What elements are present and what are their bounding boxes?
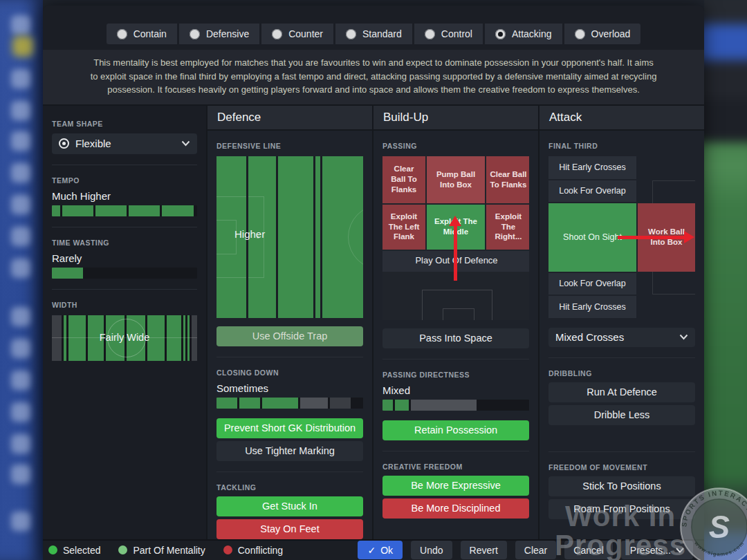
sidebar-icon [11,15,30,35]
divider [52,289,197,290]
dribble-less-button[interactable]: Dribble Less [548,405,695,425]
legend-selected-label: Selected [63,545,100,556]
final-third-pitch: Hit Early Crosses Look For Overlap Shoot… [548,156,695,318]
mentality-dialog: Contain Defensive Counter Standard Contr… [43,6,704,560]
background-sidebar [0,0,43,560]
ok-button[interactable]: ✓ Ok [358,541,403,559]
presets-button[interactable]: Presets... [621,541,693,559]
mentality-selector: Contain Defensive Counter Standard Contr… [43,24,704,44]
column-attack: Attack FINAL THIRD Hit Early Crosses Loo… [540,106,704,539]
passing-cell-clear-ball-left[interactable]: Clear Ball To Flanks [382,156,425,203]
closing-down-value: Sometimes [216,382,363,394]
stick-to-positions-button[interactable]: Stick To Positions [548,476,695,496]
retain-possession-button[interactable]: Retain Possession [382,420,529,440]
tempo-slider[interactable] [52,205,197,216]
divider [216,472,363,472]
prevent-short-gk-distribution-button[interactable]: Prevent Short GK Distribution [216,418,363,438]
roam-from-positions-button[interactable]: Roam From Positions [548,499,695,519]
chevron-down-icon [679,334,688,340]
defence-header: Defence [208,106,372,131]
radio-icon [575,29,585,39]
pass-into-space-button[interactable]: Pass Into Space [382,328,529,348]
team-shape-dropdown[interactable]: Flexible [52,133,197,154]
defensive-line-value: Higher [234,228,265,240]
radio-icon [346,29,356,39]
mentality-option-contain[interactable]: Contain [107,24,177,44]
passing-cell-exploit-right[interactable]: Exploit The Right... [486,205,529,250]
use-tighter-marking-button[interactable]: Use Tighter Marking [216,441,363,461]
mentality-option-label: Defensive [206,28,249,39]
stay-on-feet-button[interactable]: Stay On Feet [216,519,363,539]
passing-directness-value: Mixed [382,384,529,396]
sidebar-icon [11,371,30,390]
mentality-option-standard[interactable]: Standard [335,24,412,44]
passing-label: PASSING [382,142,529,150]
sidebar-icon [11,227,30,246]
passing-cell-clear-ball-right[interactable]: Clear Ball To Flanks [486,156,529,203]
part-of-mentality-dot-icon [118,545,127,554]
defensive-line-label: DEFENSIVE LINE [216,142,363,150]
sidebar-icon [11,339,30,358]
width-pitch-visual[interactable]: Fairly Wide [52,315,197,361]
mentality-option-attacking[interactable]: Attacking [485,24,562,44]
closing-down-slider[interactable] [216,398,363,409]
get-stuck-in-button[interactable]: Get Stuck In [216,496,363,516]
final-third-cell-hit-early-crosses-bottom[interactable]: Hit Early Crosses [548,296,636,318]
sidebar-icon [11,195,30,214]
undo-button[interactable]: Undo [411,541,452,559]
run-at-defence-button[interactable]: Run At Defence [548,382,695,402]
attack-direction-arrow-head [684,231,694,243]
tempo-label: TEMPO [52,176,197,185]
use-offside-trap-button[interactable]: Use Offside Trap [216,326,363,346]
mentality-option-label: Control [441,28,472,39]
width-value: Fairly Wide [52,332,197,343]
slider-segment [52,205,60,216]
freedom-of-movement-label: FREEDOM OF MOVEMENT [548,463,695,472]
passing-focus-pitch: Clear Ball To Flanks Pump Ball Into Box … [382,156,529,320]
mentality-option-overload[interactable]: Overload [564,24,641,44]
slider-segment [52,268,83,279]
passing-directness-slider[interactable] [382,400,529,411]
be-more-expressive-button[interactable]: Be More Expressive [382,476,529,496]
radio-selected-icon [495,29,506,39]
divider [216,357,363,357]
revert-button[interactable]: Revert [461,541,507,559]
background-pitch-blur [704,0,747,560]
team-shape-icon [59,138,69,149]
mentality-option-defensive[interactable]: Defensive [179,24,259,44]
final-third-label: FINAL THIRD [548,142,695,150]
column-defence: Defence DEFENSIVE LINE Higher Use Offsid… [208,106,374,539]
mentality-option-control[interactable]: Control [414,24,483,44]
line-marker [320,156,322,318]
defensive-line-pitch[interactable]: Higher [216,156,363,318]
sidebar-icon [11,465,30,484]
ok-button-label: Ok [380,545,393,556]
mentality-option-label: Standard [362,28,402,39]
tackling-label: TACKLING [216,483,363,492]
six-yard-box-line [443,308,474,320]
crosses-value: Mixed Crosses [555,331,673,343]
sidebar-icon [11,101,30,120]
mentality-option-counter[interactable]: Counter [261,24,333,44]
final-third-cell-look-for-overlap-top[interactable]: Look For Overlap [548,180,636,202]
passing-cell-pump-ball[interactable]: Pump Ball Into Box [427,156,485,203]
build-up-header: Build-Up [374,106,538,131]
time-wasting-label: TIME WASTING [52,239,197,247]
sidebar-icon [11,307,30,326]
clear-button[interactable]: Clear [515,541,556,559]
dialog-footer: Selected Part Of Mentality Conflicting ✓… [43,539,704,560]
six-yard-box-line [216,220,237,254]
time-wasting-slider[interactable] [52,268,197,279]
final-third-cell-hit-early-crosses-top[interactable]: Hit Early Crosses [548,156,636,179]
slider-segment [239,398,260,409]
cancel-button[interactable]: Cancel [564,541,613,559]
final-third-cell-look-for-overlap-bottom[interactable]: Look For Overlap [548,273,636,295]
sidebar-icon [11,163,30,183]
be-more-disciplined-button[interactable]: Be More Disciplined [382,498,529,519]
tempo-value: Much Higher [52,190,197,202]
closing-down-label: CLOSING DOWN [216,368,363,377]
attack-direction-arrow [618,236,684,239]
passing-cell-exploit-left[interactable]: Exploit The Left Flank [382,205,425,250]
crosses-dropdown[interactable]: Mixed Crosses [548,328,695,347]
mentality-option-label: Attacking [512,28,552,39]
